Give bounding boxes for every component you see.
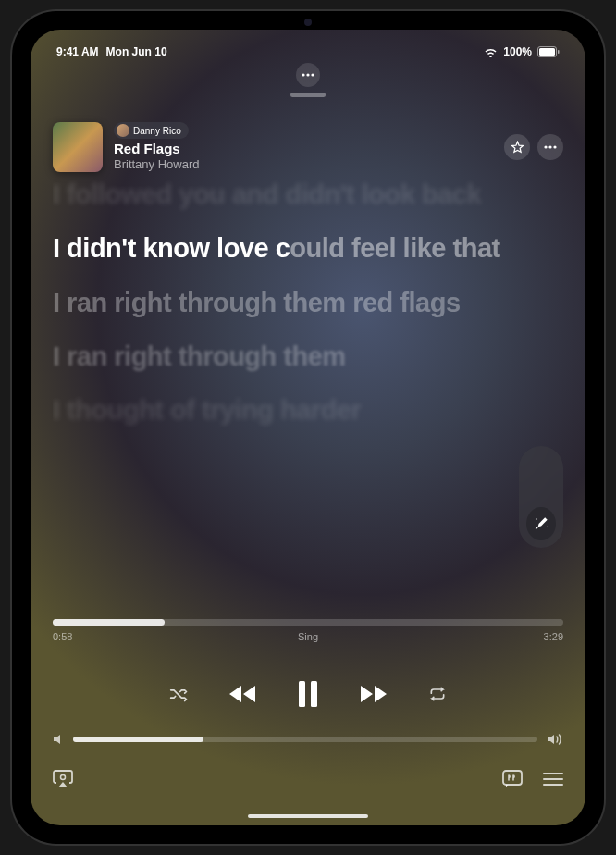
volume-low-icon [53,733,64,746]
volume-fill [73,737,203,742]
svg-point-13 [61,775,66,780]
svg-rect-11 [299,681,305,707]
progress-fill [53,619,165,626]
svg-rect-12 [311,681,317,707]
contributor-avatar-icon [117,124,129,137]
svg-point-8 [553,145,556,148]
time-elapsed: 0:58 [53,631,72,642]
volume-area [53,733,563,746]
track-title: Red Flags [114,141,493,157]
sheet-grabber[interactable] [290,93,326,97]
bottom-bar [53,770,563,788]
airplay-button[interactable] [53,770,73,788]
lyric-line-current: I didn't know love could feel like that [53,231,563,265]
forward-button[interactable] [358,684,389,704]
lyric-line-next: I ran right through them red flags [53,286,563,319]
svg-point-9 [536,518,536,519]
svg-point-4 [306,73,309,76]
svg-point-10 [547,527,548,527]
lyrics-view[interactable]: I followed you and didn't look back I di… [53,178,563,566]
status-date: Mon Jun 10 [106,45,167,58]
svg-rect-14 [503,771,522,785]
contributor-name: Danny Rico [133,126,181,136]
svg-point-3 [302,73,304,76]
queue-button[interactable] [543,770,563,788]
now-playing-header: Danny Rico Red Flags Brittany Howard [53,122,563,172]
lyrics-button[interactable] [502,770,523,788]
svg-point-6 [544,145,547,148]
track-artist: Brittany Howard [114,157,493,172]
rewind-button[interactable] [227,684,258,704]
track-info[interactable]: Danny Rico Red Flags Brittany Howard [114,122,493,172]
svg-rect-2 [558,50,560,54]
volume-high-icon [547,733,563,746]
svg-point-7 [548,145,551,148]
transport-controls [53,681,563,707]
favorite-button[interactable] [504,134,530,160]
battery-percent: 100% [503,45,532,58]
progress-scrubber[interactable] [53,619,563,626]
lyric-line-prev: I followed you and didn't look back [53,178,563,211]
more-button[interactable] [537,134,563,160]
mic-icon [526,507,556,540]
wifi-icon [484,47,498,57]
lyric-line-next3: I thought of trying harder [53,393,563,427]
lyric-sung: I didn't know love c [53,233,290,263]
progress-mode-label: Sing [298,631,318,642]
pause-button[interactable] [297,681,319,707]
contributor-pill[interactable]: Danny Rico [114,122,189,139]
shuffle-button[interactable] [169,686,188,702]
front-camera [304,19,312,26]
status-time: 9:41 AM [56,45,99,58]
battery-icon [537,46,560,57]
svg-rect-1 [539,48,555,56]
album-art[interactable] [53,122,103,172]
lyric-line-next2: I ran right through them [53,340,563,373]
lyric-unsung: ould feel like that [290,233,499,263]
window-menu-button[interactable] [296,63,320,87]
sing-vocal-slider[interactable] [519,446,563,548]
progress-area: 0:58 Sing -3:29 [53,619,563,642]
repeat-button[interactable] [428,686,447,702]
status-bar: 9:41 AM Mon Jun 10 100% [31,43,585,61]
time-remaining: -3:29 [540,631,563,642]
screen: 9:41 AM Mon Jun 10 100% [31,30,585,825]
svg-point-5 [311,73,314,76]
volume-slider[interactable] [73,737,537,742]
home-indicator[interactable] [248,814,368,818]
